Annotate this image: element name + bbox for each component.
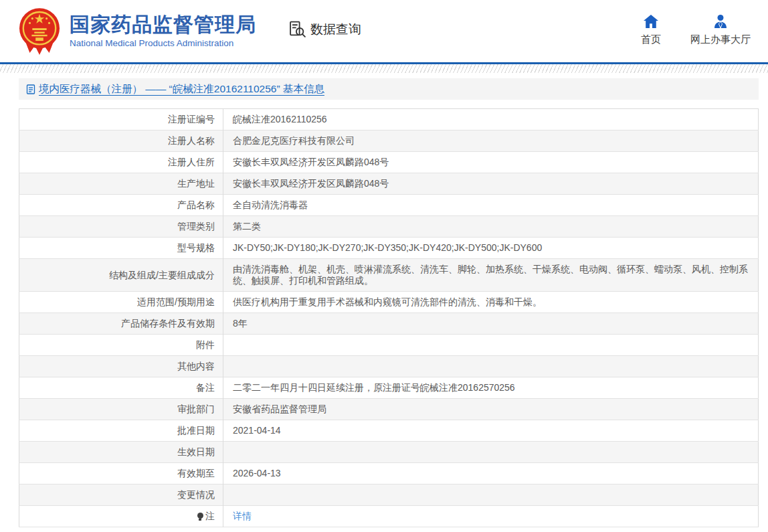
row-label: 备注 xyxy=(19,377,223,399)
site-logo-block[interactable]: 国家药品监督管理局 National Medical Products Admi… xyxy=(19,7,256,56)
row-value: 第二类 xyxy=(223,216,759,238)
data-query-section[interactable]: 数据查询 xyxy=(288,20,361,38)
row-label: 结构及组成/主要组成成分 xyxy=(19,259,223,292)
row-value xyxy=(223,442,759,463)
detail-link[interactable]: 详情 xyxy=(233,511,252,521)
table-row: 结构及组成/主要组成成分由清洗消毒舱、机架、机壳、喷淋灌流系统、清洗车、脚轮、加… xyxy=(19,259,759,292)
top-nav: 首页 网上办事大厅 xyxy=(641,14,760,46)
table-row: 注册人名称合肥金尼克医疗科技有限公司 xyxy=(19,130,759,152)
row-label: 生效日期 xyxy=(19,442,223,463)
table-row: 产品储存条件及有效期8年 xyxy=(19,313,759,335)
table-row: 备注二零二一年四月十四日延续注册，原注册证号皖械注准20162570256 xyxy=(19,377,759,399)
table-row: 适用范围/预期用途供医疗机构用于重复用手术器械和内窥镜可清洗部件的清洗、消毒和干… xyxy=(19,292,759,313)
row-value: 供医疗机构用于重复用手术器械和内窥镜可清洗部件的清洗、消毒和干燥。 xyxy=(223,292,759,313)
row-value: 8年 xyxy=(223,313,759,335)
site-header: 国家药品监督管理局 National Medical Products Admi… xyxy=(0,0,768,62)
row-value xyxy=(223,335,759,356)
table-row: 型号规格JK-DY50;JK-DY180;JK-DY270;JK-DY350;J… xyxy=(19,238,759,259)
table-row: 变更情况 xyxy=(19,484,759,506)
row-value: 全自动清洗消毒器 xyxy=(223,195,759,216)
site-name-zh: 国家药品监督管理局 xyxy=(70,13,256,37)
table-row: 产品名称全自动清洗消毒器 xyxy=(19,195,759,216)
nav-item-service-hall[interactable]: 网上办事大厅 xyxy=(690,14,751,46)
row-value xyxy=(223,484,759,506)
home-icon xyxy=(643,14,659,29)
row-value: 详情 xyxy=(223,506,759,527)
data-query-icon xyxy=(288,20,306,38)
row-label: 注 xyxy=(19,506,223,527)
row-value: 二零二一年四月十四日延续注册，原注册证号皖械注准20162570256 xyxy=(223,377,759,399)
row-label: 附件 xyxy=(19,335,223,356)
table-row: 注册人住所安徽长丰双凤经济开发区凤麟路048号 xyxy=(19,152,759,173)
table-row: 其他内容 xyxy=(19,356,759,377)
site-brand: 国家药品监督管理局 National Medical Products Admi… xyxy=(70,13,256,49)
row-value xyxy=(223,356,759,377)
data-query-label: 数据查询 xyxy=(310,21,361,38)
table-row: 附件 xyxy=(19,335,759,356)
row-value: 合肥金尼克医疗科技有限公司 xyxy=(223,130,759,152)
national-emblem-logo xyxy=(19,7,60,56)
info-table-body: 注册证编号皖械注准20162110256注册人名称合肥金尼克医疗科技有限公司注册… xyxy=(19,109,759,527)
row-value: 安徽长丰双凤经济开发区凤麟路048号 xyxy=(223,152,759,173)
bulb-icon xyxy=(197,513,203,519)
row-label: 注册证编号 xyxy=(19,109,223,130)
user-icon xyxy=(712,14,729,29)
row-label: 产品储存条件及有效期 xyxy=(19,313,223,335)
registration-info-table: 注册证编号皖械注准20162110256注册人名称合肥金尼克医疗科技有限公司注册… xyxy=(19,108,759,527)
row-label: 适用范围/预期用途 xyxy=(19,292,223,313)
row-label: 生产地址 xyxy=(19,173,223,195)
table-row: 审批部门安徽省药品监督管理局 xyxy=(19,399,759,420)
row-label: 变更情况 xyxy=(19,484,223,506)
row-label: 管理类别 xyxy=(19,216,223,238)
table-row: 生产地址安徽长丰双凤经济开发区凤麟路048号 xyxy=(19,173,759,195)
document-icon xyxy=(26,84,35,94)
row-label: 其他内容 xyxy=(19,356,223,377)
nav-item-label: 首页 xyxy=(641,33,661,46)
row-value: 2021-04-14 xyxy=(223,420,759,442)
row-value: 由清洗消毒舱、机架、机壳、喷淋灌流系统、清洗车、脚轮、加热系统、干燥系统、电动阀… xyxy=(223,259,759,292)
page-title: 境内医疗器械（注册） —— “皖械注准20162110256” 基本信息 xyxy=(39,82,324,96)
row-label: 有效期至 xyxy=(19,463,223,484)
row-value: 2026-04-13 xyxy=(223,463,759,484)
nav-item-label: 网上办事大厅 xyxy=(690,33,751,46)
row-label: 注册人名称 xyxy=(19,130,223,152)
table-row: 注详情 xyxy=(19,506,759,527)
row-value: 安徽省药品监督管理局 xyxy=(223,399,759,420)
page-title-bar: 境内医疗器械（注册） —— “皖械注准20162110256” 基本信息 xyxy=(19,78,759,100)
table-row: 有效期至2026-04-13 xyxy=(19,463,759,484)
table-row: 生效日期 xyxy=(19,442,759,463)
row-value: 皖械注准20162110256 xyxy=(223,109,759,130)
row-label: 产品名称 xyxy=(19,195,223,216)
nav-item-home[interactable]: 首页 xyxy=(641,14,661,46)
row-value: JK-DY50;JK-DY180;JK-DY270;JK-DY350;JK-DY… xyxy=(223,238,759,259)
row-label: 批准日期 xyxy=(19,420,223,442)
table-row: 管理类别第二类 xyxy=(19,216,759,238)
row-label: 注册人住所 xyxy=(19,152,223,173)
row-label: 型号规格 xyxy=(19,238,223,259)
table-row: 批准日期2021-04-14 xyxy=(19,420,759,442)
table-row: 注册证编号皖械注准20162110256 xyxy=(19,109,759,130)
hatched-band xyxy=(0,64,768,73)
site-name-en: National Medical Products Administration xyxy=(70,38,256,49)
row-label: 审批部门 xyxy=(19,399,223,420)
row-value: 安徽长丰双凤经济开发区凤麟路048号 xyxy=(223,173,759,195)
